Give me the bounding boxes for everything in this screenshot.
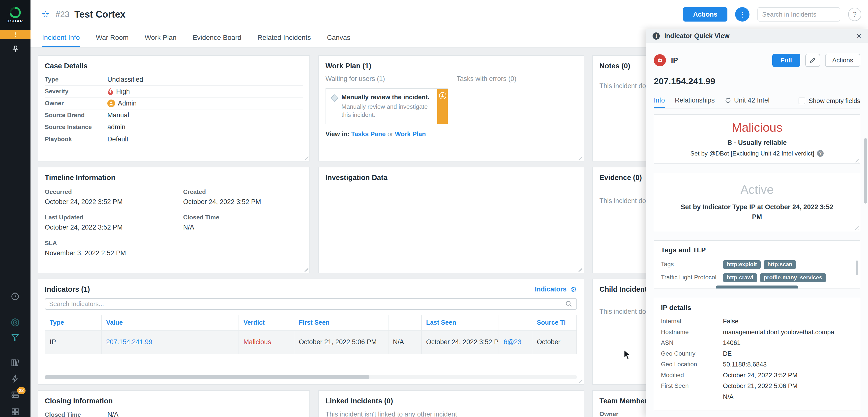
full-button[interactable]: Full: [772, 54, 800, 67]
tab-work-plan[interactable]: Work Plan: [145, 29, 177, 47]
tab-info[interactable]: Info: [654, 94, 665, 108]
help-button[interactable]: ?: [848, 8, 862, 21]
show-empty-fields-checkbox[interactable]: [799, 98, 805, 104]
resize-handle[interactable]: [577, 154, 582, 160]
resize-handle[interactable]: [853, 224, 859, 230]
field-value: October 24, 2022 3:52 PM: [723, 372, 853, 379]
tasks-pane-link[interactable]: Tasks Pane: [351, 131, 385, 137]
field-label: SLA: [45, 240, 183, 247]
alert-banner[interactable]: !: [0, 30, 31, 39]
tab-canvas[interactable]: Canvas: [327, 29, 350, 47]
help-tooltip-icon[interactable]: ?: [817, 150, 824, 157]
linked-incidents-card: Linked Incidents (0) This incident isn't…: [318, 390, 584, 417]
card-title: Tags and TLP: [661, 246, 853, 254]
assignee-icon: [439, 92, 446, 99]
column-header-first-seen[interactable]: First Seen: [294, 315, 389, 330]
resize-handle[interactable]: [303, 154, 308, 160]
ip-details-card: IP details Internal False Hostname manag…: [654, 298, 860, 411]
resize-handle[interactable]: [577, 266, 582, 271]
work-plan-link[interactable]: Work Plan: [395, 131, 426, 137]
scrollbar-thumb[interactable]: [45, 375, 369, 379]
tab-evidence-board[interactable]: Evidence Board: [193, 29, 242, 47]
automation-bolt-icon[interactable]: [0, 374, 31, 384]
column-header-value[interactable]: Value: [102, 315, 239, 330]
linked-incidents-empty-text: This incident isn't linked to any other …: [319, 408, 584, 417]
tags-tlp-card: Tags and TLP Tags http:exploit http:scan…: [654, 240, 860, 289]
close-icon[interactable]: ×: [857, 32, 862, 40]
library-icon[interactable]: [0, 358, 31, 368]
tab-war-room[interactable]: War Room: [96, 29, 128, 47]
resize-handle[interactable]: [303, 266, 308, 271]
task-owner-strip: [437, 89, 448, 124]
tag-badge[interactable]: http:crawl: [723, 273, 757, 282]
column-header-source[interactable]: Source Ti: [532, 315, 576, 330]
tag-badge[interactable]: http:exploit: [723, 260, 761, 269]
card-title: Timeline Information: [38, 167, 310, 185]
field-row: Severity High: [45, 86, 303, 98]
show-empty-fields-label: Show empty fields: [809, 97, 860, 104]
xsoar-logo[interactable]: XSOAR: [0, 0, 31, 30]
card-scrollbar-thumb[interactable]: [856, 260, 858, 275]
field-label: Last Updated: [45, 214, 183, 221]
tasks-with-errors-label: Tasks with errors (0): [457, 75, 517, 83]
more-menu-button[interactable]: ⋮: [735, 7, 749, 22]
favorite-star-icon[interactable]: ☆: [41, 9, 49, 20]
field-label: Severity: [45, 88, 107, 95]
indicators-link[interactable]: Indicators: [535, 285, 566, 293]
case-details-card: Case Details Type Unclassified Severity …: [38, 55, 310, 162]
tab-relationships[interactable]: Relationships: [675, 94, 715, 108]
tag-badge[interactable]: profile:many_services: [760, 273, 826, 282]
indicators-table: Type Value Verdict First Seen Last Seen …: [45, 315, 577, 354]
card-title: Case Details: [38, 56, 310, 73]
timeline-field: Created October 24, 2022 3:52 PM: [183, 188, 303, 206]
tag-badge[interactable]: http:scan: [764, 260, 796, 269]
field-label: Type: [45, 76, 107, 83]
resize-handle[interactable]: [853, 157, 859, 163]
pin-icon[interactable]: [0, 45, 31, 54]
field-label: Internal: [661, 318, 723, 325]
field-row: Playbook Default: [45, 133, 303, 145]
column-header-type[interactable]: Type: [45, 315, 102, 330]
tab-unit42-intel[interactable]: Unit 42 Intel: [725, 94, 770, 108]
field-value: DE: [723, 350, 853, 357]
status-value: Active: [660, 183, 854, 197]
gear-icon[interactable]: ⚙: [570, 285, 577, 294]
task-card[interactable]: Manually review the incident. Manually r…: [326, 88, 448, 124]
incidents-search-input[interactable]: [762, 11, 835, 18]
show-empty-fields-toggle[interactable]: Show empty fields: [799, 94, 860, 108]
quick-view-title: Indicator Quick View: [664, 32, 730, 40]
resize-handle[interactable]: [577, 378, 582, 383]
info-icon: i: [653, 32, 660, 40]
incidents-search: [757, 7, 840, 22]
tags-label: Tags: [661, 260, 723, 268]
table-row[interactable]: IP 207.154.241.99 Malicious October 21, …: [45, 330, 577, 354]
quick-view-header: i Indicator Quick View ×: [646, 29, 868, 43]
indicator-actions-button[interactable]: Actions: [825, 54, 860, 67]
field-value: Default: [107, 135, 128, 143]
indicators-search-input[interactable]: [49, 300, 565, 308]
server-notification-badge: 22: [17, 387, 25, 394]
field-label: Playbook: [45, 136, 107, 143]
tab-incident-info[interactable]: Incident Info: [42, 29, 80, 47]
field-label: Modified: [661, 372, 723, 379]
column-header-last-seen[interactable]: Last Seen: [422, 315, 499, 330]
detail-row: N/A: [661, 393, 853, 401]
indicator-score-icon: [654, 54, 666, 66]
timer-icon[interactable]: [0, 291, 31, 301]
tab-related-incidents[interactable]: Related Incidents: [257, 29, 311, 47]
grid-icon[interactable]: [0, 407, 31, 417]
table-header-row: Type Value Verdict First Seen Last Seen …: [45, 315, 577, 330]
xsoar-logo-label: XSOAR: [7, 19, 23, 23]
panel-scrollbar-thumb[interactable]: [864, 138, 867, 203]
actions-button[interactable]: Actions: [683, 7, 727, 22]
filter-icon[interactable]: [0, 332, 31, 342]
closing-information-card: Closing Information Closed Time N/A: [38, 390, 310, 417]
expiration-cell: N/A: [389, 330, 422, 354]
edit-button[interactable]: [805, 54, 820, 67]
field-label: Source Instance: [45, 124, 107, 131]
column-header-verdict[interactable]: Verdict: [239, 315, 294, 330]
target-icon[interactable]: [0, 317, 31, 327]
detail-row: Modified October 24, 2022 3:52 PM: [661, 372, 853, 379]
servers-icon[interactable]: 22: [0, 390, 31, 399]
task-description: Manually review and investigate this inc…: [341, 103, 433, 119]
